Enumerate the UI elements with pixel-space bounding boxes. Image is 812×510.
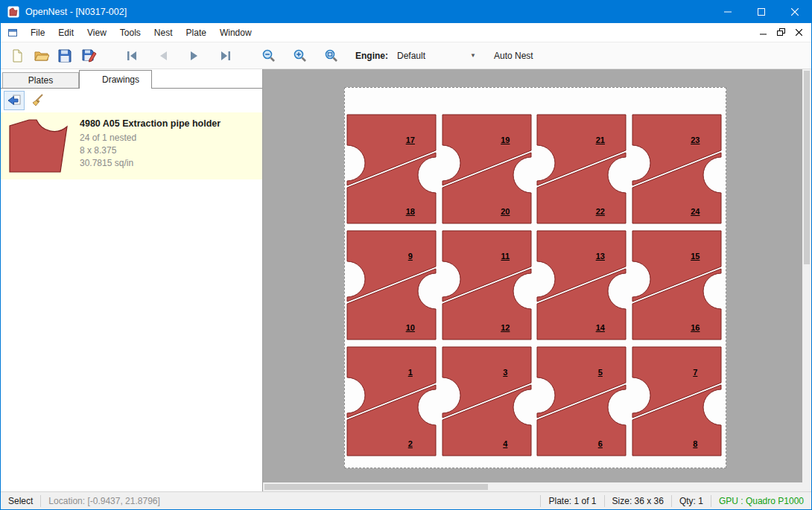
drawing-title: 4980 A05 Extraction pipe holder bbox=[80, 118, 221, 129]
menu-tools[interactable]: Tools bbox=[113, 25, 148, 41]
nest-part-pair[interactable]: 2324 bbox=[631, 113, 723, 225]
minimize-button[interactable] bbox=[711, 1, 744, 23]
zoom-in-button[interactable] bbox=[288, 45, 312, 67]
left-panel: Plates Drawings bbox=[1, 69, 263, 491]
nest-part-pair[interactable]: 1112 bbox=[441, 229, 533, 341]
engine-label: Engine: bbox=[355, 51, 388, 61]
nest-part-pair[interactable]: 1314 bbox=[536, 229, 628, 341]
part-number: 2 bbox=[408, 439, 413, 448]
blue-arrow-page-icon bbox=[7, 93, 22, 108]
nest-canvas[interactable]: 171819202122232491011121314151612345678 bbox=[263, 69, 811, 491]
part-number: 5 bbox=[598, 368, 603, 377]
part-number: 14 bbox=[596, 323, 605, 332]
broom-icon bbox=[31, 93, 45, 108]
drawing-size: 8 x 8.375 bbox=[80, 144, 221, 157]
menu-bar: File Edit View Tools Nest Plate Window bbox=[1, 23, 811, 42]
part-thumbnail bbox=[7, 117, 71, 175]
drawing-area: 30.7815 sq/in bbox=[80, 157, 221, 170]
main-area: Plates Drawings bbox=[1, 69, 811, 491]
part-number: 16 bbox=[691, 323, 700, 332]
part-number: 21 bbox=[596, 136, 605, 144]
nest-part-pair[interactable]: 78 bbox=[631, 345, 723, 457]
nest-part-pair[interactable]: 1920 bbox=[441, 113, 533, 225]
last-plate-button[interactable] bbox=[214, 45, 238, 67]
status-qty: Qty: 1 bbox=[672, 496, 711, 506]
maximize-button[interactable] bbox=[744, 1, 778, 23]
horizontal-scrollbar[interactable] bbox=[263, 482, 802, 491]
tab-strip: Plates Drawings bbox=[1, 69, 262, 89]
engine-value: Default bbox=[397, 51, 470, 61]
previous-plate-button[interactable] bbox=[151, 45, 175, 67]
first-plate-button[interactable] bbox=[120, 45, 144, 67]
nest-part-pair[interactable]: 1516 bbox=[631, 229, 723, 341]
previous-arrow-icon bbox=[156, 50, 170, 62]
menu-edit[interactable]: Edit bbox=[51, 25, 80, 41]
plate[interactable]: 171819202122232491011121314151612345678 bbox=[344, 87, 726, 468]
menu-nest[interactable]: Nest bbox=[148, 25, 180, 41]
part-number: 1 bbox=[408, 368, 413, 377]
vertical-scrollbar[interactable] bbox=[802, 69, 811, 482]
menu-plate[interactable]: Plate bbox=[180, 25, 213, 41]
nest-part-pair[interactable]: 56 bbox=[536, 345, 628, 457]
next-plate-button[interactable] bbox=[183, 45, 206, 67]
vertical-scrollbar-thumb[interactable] bbox=[804, 71, 810, 264]
first-arrow-icon bbox=[125, 50, 139, 62]
part-number: 20 bbox=[501, 207, 510, 216]
status-mode: Select bbox=[1, 496, 40, 506]
title-bar: OpenNest - [N0317-002] bbox=[1, 1, 811, 23]
part-number: 4 bbox=[503, 439, 507, 448]
save-icon bbox=[57, 48, 72, 63]
part-number: 6 bbox=[598, 439, 603, 448]
engine-select[interactable]: Default ▼ bbox=[393, 47, 480, 65]
open-button[interactable] bbox=[29, 45, 53, 67]
zoom-out-icon bbox=[261, 48, 276, 63]
status-bar: Select Location: [-0.9437, 21.8796] Plat… bbox=[1, 491, 811, 509]
zoom-out-button[interactable] bbox=[257, 45, 281, 67]
auto-nest-button[interactable]: Auto Nest bbox=[494, 51, 533, 61]
part-number: 15 bbox=[691, 252, 700, 261]
nest-part-pair[interactable]: 2122 bbox=[536, 113, 628, 225]
nest-part-pair[interactable]: 12 bbox=[346, 345, 438, 457]
status-gpu: GPU : Quadro P1000 bbox=[711, 496, 811, 506]
menu-window[interactable]: Window bbox=[213, 25, 258, 41]
drawing-list-item[interactable]: 4980 A05 Extraction pipe holder 24 of 1 … bbox=[1, 112, 262, 179]
status-plate: Plate: 1 of 1 bbox=[541, 496, 603, 506]
close-button[interactable] bbox=[778, 1, 811, 23]
plate-tiles: 171819202122232491011121314151612345678 bbox=[345, 88, 726, 468]
chevron-down-icon: ▼ bbox=[470, 52, 476, 59]
zoom-fit-button[interactable] bbox=[320, 45, 343, 67]
menu-file[interactable]: File bbox=[24, 25, 51, 41]
new-file-icon bbox=[10, 48, 25, 63]
child-minimize-button[interactable] bbox=[755, 25, 771, 40]
menu-view[interactable]: View bbox=[80, 25, 113, 41]
zoom-fit-icon bbox=[324, 48, 339, 63]
part-number: 12 bbox=[501, 323, 510, 332]
part-number: 23 bbox=[691, 136, 700, 144]
part-number: 24 bbox=[691, 207, 700, 216]
save-button[interactable] bbox=[53, 45, 77, 67]
new-button[interactable] bbox=[5, 45, 29, 67]
nest-part-pair[interactable]: 910 bbox=[346, 229, 438, 341]
clear-button[interactable] bbox=[28, 91, 48, 110]
tab-drawings[interactable]: Drawings bbox=[79, 70, 152, 89]
horizontal-scrollbar-thumb[interactable] bbox=[264, 484, 488, 490]
part-number: 22 bbox=[596, 207, 605, 216]
nest-part-pair[interactable]: 34 bbox=[441, 345, 533, 457]
return-drawing-button[interactable] bbox=[4, 91, 25, 110]
open-folder-icon bbox=[34, 48, 49, 63]
part-number: 3 bbox=[503, 368, 507, 377]
next-arrow-icon bbox=[188, 50, 201, 62]
status-location: Location: [-0.9437, 21.8796] bbox=[41, 496, 167, 506]
document-window-icon bbox=[7, 27, 19, 39]
tab-plates[interactable]: Plates bbox=[2, 72, 79, 89]
child-close-button[interactable] bbox=[790, 25, 807, 40]
drawing-nested-count: 24 of 1 nested bbox=[80, 132, 221, 144]
part-number: 13 bbox=[596, 252, 605, 261]
child-restore-button[interactable] bbox=[773, 25, 789, 40]
part-number: 7 bbox=[693, 368, 697, 377]
main-toolbar: Engine: Default ▼ Auto Nest bbox=[1, 42, 811, 69]
nest-part-pair[interactable]: 1718 bbox=[346, 113, 438, 225]
part-number: 19 bbox=[501, 136, 510, 144]
save-as-button[interactable] bbox=[77, 45, 101, 67]
part-number: 9 bbox=[408, 252, 413, 261]
